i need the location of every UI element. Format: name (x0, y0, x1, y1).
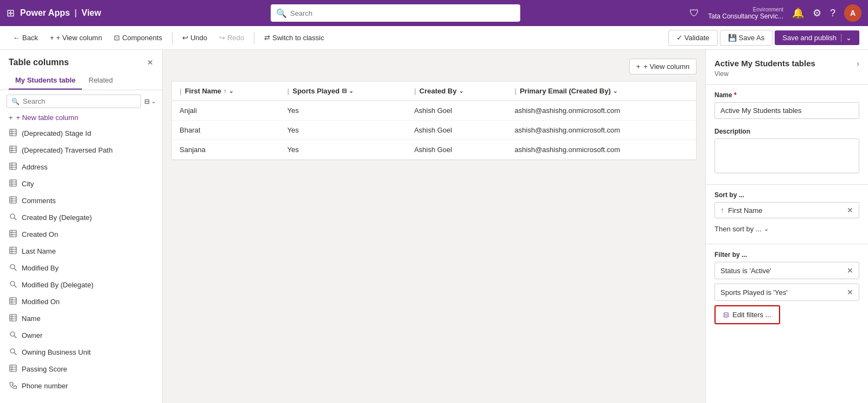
svg-line-43 (15, 336, 17, 338)
undo-button[interactable]: ↩ Undo (178, 32, 212, 44)
filter-chip-1[interactable]: Sports Played is 'Yes' ✕ (714, 284, 859, 301)
cell-sports-played: Yes (280, 121, 407, 140)
sidebar-list-item[interactable]: Passing Score (0, 361, 162, 377)
edit-filters-button[interactable]: ⊟ Edit filters ... (714, 305, 780, 324)
plus-icon: + (50, 34, 54, 42)
search-input[interactable] (290, 9, 515, 17)
save-and-publish-button[interactable]: Save and publish ⌄ (775, 30, 859, 45)
name-field[interactable] (714, 102, 859, 119)
cell-created-by: Ashish Goel (406, 121, 507, 140)
sort-field-chip[interactable]: ↑ First Name ✕ (714, 202, 859, 218)
filter-chip-clear-button[interactable]: ✕ (847, 266, 853, 275)
table-row[interactable]: Anjali Yes Ashish Goel ashish@ashishg.on… (172, 101, 696, 121)
sidebar-item-icon-15 (9, 381, 17, 391)
sort-field-label: Sort by ... (714, 191, 859, 199)
validate-icon: ✓ (676, 34, 682, 42)
svg-point-30 (10, 265, 15, 269)
sidebar-list-item[interactable]: City (0, 175, 162, 192)
col-first-name[interactable]: | First Name ↑ ⌄ (172, 81, 280, 101)
then-sort-button[interactable]: Then sort by ... ⌄ (714, 223, 769, 235)
sidebar-list-item[interactable]: Comments (0, 192, 162, 209)
publish-dropdown-icon[interactable]: ⌄ (841, 34, 852, 42)
sidebar-search-input[interactable] (23, 97, 136, 105)
tab-related[interactable]: Related (82, 72, 119, 90)
sidebar-item-icon-8 (9, 263, 17, 273)
back-button[interactable]: ← Back (9, 32, 42, 44)
right-panel: Active My Students tables › View Name * … (705, 50, 868, 403)
data-area-top: + + View column (171, 59, 697, 74)
edit-filters-icon: ⊟ (723, 311, 729, 319)
description-field[interactable] (714, 138, 859, 173)
sidebar: Table columns ✕ My Students table Relate… (0, 50, 163, 403)
bell-icon[interactable]: 🔔 (792, 7, 804, 19)
avatar[interactable]: A (844, 4, 861, 22)
new-column-plus-icon: + (9, 114, 13, 122)
sidebar-list-item[interactable]: Phone number (0, 377, 162, 394)
svg-line-31 (15, 269, 17, 271)
shield-icon[interactable]: 🛡 (690, 8, 699, 19)
sidebar-list-item[interactable]: Owning Business Unit (0, 344, 162, 361)
grid-icon[interactable]: ⊞ (7, 7, 15, 19)
sidebar-list-item[interactable]: Modified By (0, 260, 162, 276)
col-created-by[interactable]: | Created By ⌄ (406, 81, 507, 101)
components-button[interactable]: ⊡ Components (110, 32, 167, 44)
switch-icon: ⇄ (264, 34, 270, 42)
view-column-button[interactable]: + + View column (46, 32, 106, 44)
sidebar-list-item[interactable]: (Deprecated) Stage Id (0, 125, 162, 142)
sidebar-list-item[interactable]: Modified On (0, 293, 162, 310)
filter-chip-clear-button[interactable]: ✕ (847, 288, 853, 297)
sidebar-close-button[interactable]: ✕ (147, 58, 154, 67)
data-table: | First Name ↑ ⌄ | Sports Played ⊟ (172, 81, 696, 160)
cell-email: ashish@ashishg.onmicrosoft.com (507, 101, 696, 121)
filter-chip-0[interactable]: Status is 'Active' ✕ (714, 262, 859, 279)
table-row[interactable]: Sanjana Yes Ashish Goel ashish@ashishg.o… (172, 140, 696, 160)
right-panel-expand-button[interactable]: › (857, 59, 859, 68)
validate-button[interactable]: ✓ Validate (668, 30, 718, 46)
filter-section: Filter by ... Status is 'Active' ✕ Sport… (706, 251, 868, 335)
search-bar[interactable]: 🔍 (271, 4, 520, 22)
col-primary-email[interactable]: | Primary Email (Created By) ⌄ (507, 81, 696, 101)
required-indicator: * (734, 91, 737, 99)
redo-button[interactable]: ↪ Redo (215, 32, 248, 44)
switch-to-classic-button[interactable]: ⇄ Switch to classic (260, 32, 328, 44)
help-icon[interactable]: ? (830, 8, 835, 19)
new-column-button[interactable]: + + New table column (0, 110, 162, 125)
sort-up-icon: ↑ (720, 206, 724, 214)
gear-icon[interactable]: ⚙ (813, 7, 821, 19)
sidebar-list-item[interactable]: Created On (0, 226, 162, 243)
sidebar-list-item[interactable]: Address (0, 159, 162, 175)
svg-rect-16 (10, 197, 16, 203)
sidebar-list-item[interactable]: (Deprecated) Traversed Path (0, 142, 162, 159)
cell-email: ashish@ashishg.onmicrosoft.com (507, 121, 696, 140)
sidebar-list-item[interactable]: Owner (0, 327, 162, 344)
sidebar-item-label: Last Name (22, 247, 56, 255)
sidebar-search-box[interactable]: 🔍 (7, 95, 141, 108)
filter-chip-text: Status is 'Active' (720, 267, 843, 275)
sidebar-item-label: Modified On (22, 298, 60, 306)
sidebar-list-item[interactable]: Modified By (Delegate) (0, 276, 162, 293)
save-as-button[interactable]: 💾 Save As (720, 30, 773, 46)
separator-2 (254, 32, 254, 44)
sidebar-item-icon-5 (9, 213, 17, 222)
description-section: Description (706, 128, 868, 184)
sidebar-item-icon-0 (9, 129, 17, 138)
sidebar-filter-button[interactable]: ⊟ ⌄ (144, 98, 156, 105)
description-field-label: Description (714, 128, 859, 135)
filter-chevron-icon: ⌄ (151, 98, 156, 104)
sort-clear-button[interactable]: ✕ (847, 206, 853, 215)
table-row[interactable]: Bharat Yes Ashish Goel ashish@ashishg.on… (172, 121, 696, 140)
environment-info: Environment Tata Consultancy Servic... (708, 7, 783, 20)
sidebar-list-item[interactable]: Last Name (0, 243, 162, 260)
col-sports-played[interactable]: | Sports Played ⊟ ⌄ (280, 81, 407, 101)
components-icon: ⊡ (114, 34, 120, 42)
sidebar-list: (Deprecated) Stage Id (Deprecated) Trave… (0, 125, 162, 403)
tab-my-students[interactable]: My Students table (9, 72, 82, 90)
sidebar-list-item[interactable]: Created By (Delegate) (0, 209, 162, 226)
svg-rect-12 (10, 180, 16, 186)
col-sep-1: | (180, 87, 182, 95)
add-view-column-button[interactable]: + + View column (629, 59, 697, 74)
sidebar-list-item[interactable]: Name (0, 310, 162, 327)
svg-point-20 (10, 214, 15, 218)
col-sep-4: | (515, 87, 517, 95)
sidebar-item-icon-7 (9, 247, 17, 256)
